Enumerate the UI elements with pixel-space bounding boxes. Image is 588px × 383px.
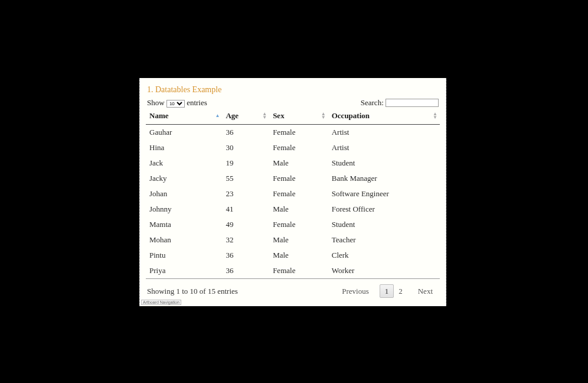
page-2-button[interactable]: 2 bbox=[394, 285, 407, 297]
cell-occupation: Bank Manager bbox=[328, 171, 440, 186]
search-label: Search: bbox=[361, 98, 384, 107]
table-row: Hina30FemaleArtist bbox=[146, 140, 440, 155]
cell-name: Hina bbox=[146, 140, 222, 155]
column-header-sex[interactable]: Sex ▲▼ bbox=[269, 109, 328, 125]
cell-name: Priya bbox=[146, 263, 222, 279]
table-body: Gauhar36FemaleArtistHina30FemaleArtistJa… bbox=[146, 125, 440, 279]
length-control: Show 10 entries bbox=[147, 98, 207, 108]
length-select[interactable]: 10 bbox=[166, 100, 185, 108]
search-input[interactable] bbox=[386, 99, 439, 107]
cell-sex: Male bbox=[269, 232, 328, 248]
cell-sex: Female bbox=[269, 171, 328, 186]
cell-occupation: Software Engineer bbox=[328, 186, 440, 202]
cell-name: Jack bbox=[146, 155, 222, 171]
cell-age: 49 bbox=[222, 217, 269, 232]
sort-both-icon: ▲▼ bbox=[262, 112, 267, 119]
cell-sex: Male bbox=[269, 248, 328, 263]
cell-name: Johan bbox=[146, 186, 222, 202]
table-row: Gauhar36FemaleArtist bbox=[146, 125, 440, 141]
search-control: Search: bbox=[361, 98, 439, 108]
column-header-sex-label: Sex bbox=[273, 111, 285, 120]
table-row: Priya36FemaleWorker bbox=[146, 263, 440, 279]
column-header-occupation-label: Occupation bbox=[332, 111, 370, 120]
sort-asc-icon: ▲ bbox=[215, 114, 220, 118]
next-button[interactable]: Next bbox=[413, 285, 437, 298]
cell-sex: Female bbox=[269, 186, 328, 202]
table-row: Jack19MaleStudent bbox=[146, 155, 440, 171]
cell-age: 36 bbox=[222, 248, 269, 263]
cell-age: 30 bbox=[222, 140, 269, 155]
table-row: Mamta49FemaleStudent bbox=[146, 217, 440, 232]
pagination: Previous 12 Next bbox=[337, 285, 437, 298]
header-row: Name ▲ Age ▲▼ Sex ▲▼ Occupation ▲▼ bbox=[146, 109, 440, 125]
table-row: Johan23FemaleSoftware Engineer bbox=[146, 186, 440, 202]
cell-sex: Female bbox=[269, 140, 328, 155]
column-header-age[interactable]: Age ▲▼ bbox=[222, 109, 269, 125]
sort-both-icon: ▲▼ bbox=[321, 112, 326, 119]
cell-name: Johnny bbox=[146, 202, 222, 217]
section-heading: 1. Datatables Example bbox=[147, 85, 440, 95]
column-header-name-label: Name bbox=[149, 111, 169, 120]
page-1-button[interactable]: 1 bbox=[380, 284, 394, 298]
cell-sex: Female bbox=[269, 263, 328, 279]
cell-name: Mohan bbox=[146, 232, 222, 248]
cell-occupation: Worker bbox=[328, 263, 440, 279]
cell-name: Mamta bbox=[146, 217, 222, 232]
cell-occupation: Artist bbox=[328, 140, 440, 155]
cell-occupation: Clerk bbox=[328, 248, 440, 263]
table-controls: Show 10 entries Search: bbox=[146, 98, 440, 108]
table-info: Showing 1 to 10 of 15 entries bbox=[147, 287, 238, 296]
datatable-panel: 1. Datatables Example Show 10 entries Se… bbox=[139, 78, 446, 306]
table-row: Johnny41MaleForest Officer bbox=[146, 202, 440, 217]
column-header-age-label: Age bbox=[226, 111, 239, 120]
cell-age: 23 bbox=[222, 186, 269, 202]
cell-occupation: Forest Officer bbox=[328, 202, 440, 217]
cell-age: 41 bbox=[222, 202, 269, 217]
cell-age: 32 bbox=[222, 232, 269, 248]
table-row: Pintu36MaleClerk bbox=[146, 248, 440, 263]
cell-name: Gauhar bbox=[146, 125, 222, 141]
cell-name: Jacky bbox=[146, 171, 222, 186]
artboard-navigation[interactable]: Artboard Navigation bbox=[141, 300, 181, 305]
length-prefix: Show bbox=[147, 98, 165, 107]
cell-sex: Male bbox=[269, 202, 328, 217]
column-header-name[interactable]: Name ▲ bbox=[146, 109, 222, 125]
cell-sex: Male bbox=[269, 155, 328, 171]
cell-age: 19 bbox=[222, 155, 269, 171]
previous-button[interactable]: Previous bbox=[337, 285, 374, 298]
cell-age: 36 bbox=[222, 263, 269, 279]
table-row: Mohan32MaleTeacher bbox=[146, 232, 440, 248]
cell-occupation: Student bbox=[328, 217, 440, 232]
cell-sex: Female bbox=[269, 125, 328, 141]
cell-age: 55 bbox=[222, 171, 269, 186]
column-header-occupation[interactable]: Occupation ▲▼ bbox=[328, 109, 440, 125]
table-footer: Showing 1 to 10 of 15 entries Previous 1… bbox=[146, 279, 440, 298]
cell-sex: Female bbox=[269, 217, 328, 232]
sort-both-icon: ▲▼ bbox=[433, 112, 437, 119]
cell-occupation: Artist bbox=[328, 125, 440, 141]
cell-age: 36 bbox=[222, 125, 269, 141]
cell-occupation: Student bbox=[328, 155, 440, 171]
length-suffix: entries bbox=[187, 98, 207, 107]
data-table: Name ▲ Age ▲▼ Sex ▲▼ Occupation ▲▼ Gauha… bbox=[146, 109, 440, 279]
cell-occupation: Teacher bbox=[328, 232, 440, 248]
cell-name: Pintu bbox=[146, 248, 222, 263]
table-row: Jacky55FemaleBank Manager bbox=[146, 171, 440, 186]
